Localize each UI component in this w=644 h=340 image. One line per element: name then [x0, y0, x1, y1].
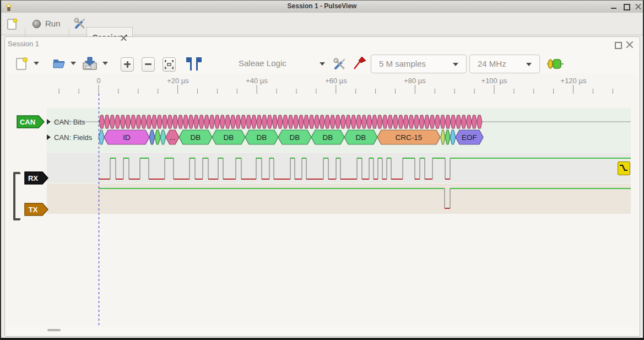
device-dropdown-arrow [320, 62, 325, 66]
sample-count-dropdown-arrow [453, 63, 458, 66]
configure-device-icon[interactable] [332, 57, 347, 71]
ruler-time-label: +60 µs [314, 77, 358, 85]
zoom-in-button[interactable] [121, 57, 134, 72]
new-dropdown-arrow[interactable] [34, 62, 39, 65]
can-bits-expand-arrow[interactable] [47, 119, 51, 125]
device-selector[interactable]: Saleae Logic [239, 58, 332, 71]
run-button[interactable]: Run [31, 18, 68, 30]
run-icon [33, 20, 41, 28]
zoom-fit-button[interactable] [163, 57, 176, 72]
ruler-time-label: 0 [77, 77, 121, 85]
ruler-time-label: +100 µs [472, 77, 516, 85]
show-cursors-icon[interactable] [186, 56, 202, 72]
configure-channels-icon[interactable] [353, 56, 367, 71]
tab-close-icon[interactable] [121, 35, 127, 41]
pulseview-window: Session 1 - PulseView Run Session 1 Sess… [0, 0, 644, 340]
window-title: Session 1 - PulseView [1, 2, 643, 10]
dock-close-button[interactable] [626, 41, 633, 47]
sample-rate-dropdown-arrow [526, 63, 532, 66]
can-decoder-row-background [47, 108, 631, 152]
can-tag-label: CAN [20, 118, 35, 126]
open-dropdown-arrow[interactable] [71, 62, 76, 65]
can-bits-row-label: CAN: Bits [54, 118, 85, 126]
channel-group-bracket[interactable] [13, 172, 20, 220]
save-icon[interactable] [82, 55, 98, 71]
rx-trace-tag[interactable]: RX [24, 171, 50, 185]
save-dropdown-arrow[interactable] [102, 62, 108, 65]
can-fields-expand-arrow[interactable] [47, 134, 51, 140]
rx-trigger-marker[interactable] [618, 161, 630, 175]
sample-count-select[interactable]: 5 M samples [371, 55, 467, 73]
close-button[interactable] [635, 3, 642, 10]
device-name: Saleae Logic [239, 58, 286, 68]
run-button-label: Run [45, 19, 61, 28]
sample-rate-select[interactable]: 24 MHz [469, 55, 540, 73]
sample-count-value: 5 M samples [379, 59, 426, 68]
falling-edge-icon [618, 162, 629, 174]
ruler-time-label: +120 µs [551, 77, 596, 85]
ruler-time-label: +80 µs [393, 77, 437, 85]
rx-tag-label: RX [28, 174, 38, 182]
dock-float-button[interactable] [615, 42, 622, 49]
title-bar: Session 1 - PulseView [1, 1, 643, 13]
settings-icon[interactable] [73, 17, 86, 30]
zoom-out-button[interactable] [142, 57, 155, 72]
ruler-time-label: +20 µs [156, 77, 200, 85]
can-trace-tag[interactable]: CAN [17, 115, 45, 129]
horizontal-scrollbar-handle[interactable] [47, 329, 61, 331]
sample-rate-value: 24 MHz [478, 59, 506, 68]
can-fields-row-label: CAN: Fields [54, 133, 92, 142]
zoom-out-icon [145, 63, 151, 65]
minimize-button[interactable] [611, 8, 616, 9]
maximize-button[interactable] [624, 4, 630, 10]
tx-trace-tag[interactable]: TX [24, 203, 50, 217]
new-file-icon[interactable] [15, 56, 29, 71]
open-icon[interactable] [52, 56, 66, 70]
main-toolbar: Run Session 1 [1, 13, 643, 35]
tx-row-background [47, 184, 631, 214]
rx-row-background [47, 153, 631, 183]
new-session-icon[interactable] [7, 18, 19, 30]
tx-tag-label: TX [29, 206, 38, 214]
add-decoder-icon[interactable] [547, 57, 564, 71]
dock-title: Session 1 [8, 40, 39, 48]
zoom-fit-icon [163, 58, 175, 71]
ruler-time-label: +40 µs [235, 77, 279, 85]
